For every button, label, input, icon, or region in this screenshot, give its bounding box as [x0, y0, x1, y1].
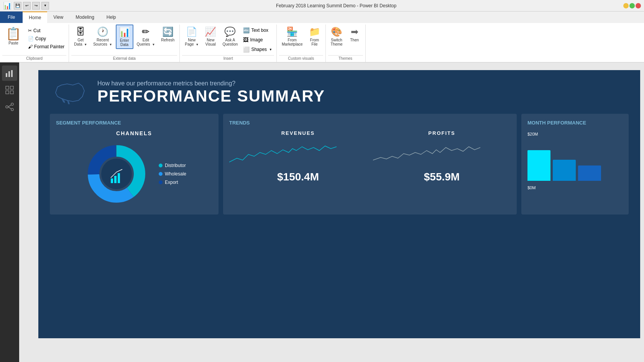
close-button[interactable] [636, 3, 641, 8]
profits-section: PROFITS $55.9M [373, 130, 511, 183]
get-data-button[interactable]: 🗄 GetData ▼ [71, 25, 90, 48]
revenues-value: $150.4M [229, 171, 367, 183]
svg-point-15 [101, 159, 132, 189]
dashboard-header-text: How have our performance metrics been tr… [97, 80, 325, 105]
maximize-button[interactable] [629, 3, 635, 8]
text-box-button[interactable]: 🔤 Text box [241, 26, 274, 34]
save-button[interactable]: 💾 [14, 2, 21, 10]
app-body: How have our performance metrics been tr… [0, 62, 644, 362]
svg-line-10 [8, 105, 11, 107]
format-painter-icon: 🖌 [28, 44, 33, 49]
svg-point-9 [11, 108, 13, 111]
channels-title: CHANNELS [56, 130, 212, 136]
ribbon: 📋 Paste ✂ Cut 📄 Copy 🖌 Format Pai [0, 23, 644, 62]
copy-icon: 📄 [28, 36, 34, 41]
get-data-icon: 🗄 [76, 26, 85, 37]
from-file-icon: 📁 [309, 26, 320, 37]
switch-theme-button[interactable]: 🎨 SwitchTheme [328, 25, 345, 48]
segment-performance-panel: Segment Performance CHANNELS [50, 114, 219, 215]
data-icon [5, 85, 14, 95]
image-label: Image [250, 37, 263, 43]
revenues-chart [229, 139, 337, 170]
donut-chart [82, 139, 151, 208]
new-page-button[interactable]: 📄 NewPage ▼ [182, 25, 201, 48]
dashboard: How have our performance metrics been tr… [38, 70, 640, 338]
copy-button[interactable]: 📄 Copy [26, 35, 66, 43]
minimize-button[interactable] [623, 3, 629, 8]
menu-modeling[interactable]: Modeling [69, 11, 100, 23]
enter-data-button[interactable]: 📊 EnterData [116, 25, 133, 49]
menu-bar: File Home View Modeling Help [0, 11, 644, 23]
recent-sources-icon: 🕐 [97, 26, 108, 37]
new-visual-button[interactable]: 📈 NewVisual [202, 25, 219, 48]
copy-label: Copy [35, 36, 46, 41]
svg-rect-1 [8, 71, 10, 77]
paste-button[interactable]: 📋 Paste [2, 25, 25, 47]
recent-sources-label: RecentSources ▼ [93, 38, 112, 46]
shapes-dropdown-arrow: ▼ [269, 48, 272, 51]
svg-rect-6 [10, 91, 13, 94]
y-label-0m: $0M [527, 185, 623, 190]
month-performance-title: Month Performance [527, 120, 623, 126]
then-icon: ➡ [351, 26, 358, 37]
format-painter-label: Format Painter [34, 44, 64, 49]
dropdown-button[interactable]: ▼ [41, 2, 49, 10]
ribbon-clipboard-group: 📋 Paste ✂ Cut 📄 Copy 🖌 Format Pai [0, 25, 69, 62]
menu-home[interactable]: Home [23, 11, 47, 23]
menu-view[interactable]: View [47, 11, 69, 23]
trends-title: Trends [229, 120, 511, 126]
menu-help[interactable]: Help [100, 11, 122, 23]
menu-file[interactable]: File [0, 11, 23, 23]
export-label: Export [159, 180, 186, 185]
redo-button[interactable]: ↪ [32, 2, 40, 10]
edit-queries-icon: ✏ [142, 26, 150, 37]
new-page-label: NewPage ▼ [185, 38, 199, 46]
menu-file-label: File [8, 15, 15, 20]
svg-point-7 [6, 106, 8, 108]
sidebar-item-data[interactable] [2, 82, 17, 98]
clipboard-small-buttons: ✂ Cut 📄 Copy 🖌 Format Painter [26, 25, 66, 51]
recent-sources-button[interactable]: 🕐 RecentSources ▼ [90, 25, 115, 48]
new-visual-label: NewVisual [205, 38, 216, 46]
clipboard-group-label: Clipboard [2, 55, 66, 62]
custom-visuals-group-label: Custom visuals [279, 55, 323, 62]
insert-group-label: Insert [182, 55, 274, 62]
format-painter-button[interactable]: 🖌 Format Painter [26, 43, 66, 51]
ask-question-button[interactable]: 💬 Ask AQuestion [220, 25, 240, 48]
svg-rect-0 [6, 73, 7, 77]
refresh-button[interactable]: 🔄 Refresh [158, 25, 177, 44]
sidebar-item-report[interactable] [2, 66, 17, 81]
get-data-label: GetData ▼ [74, 38, 87, 46]
svg-rect-18 [118, 173, 120, 183]
switch-theme-icon: 🎨 [331, 26, 342, 37]
export-color [159, 180, 163, 184]
bar-chart [527, 138, 623, 184]
shapes-label: Shapes [251, 47, 267, 52]
from-file-button[interactable]: 📁 FromFile [306, 25, 323, 48]
switch-theme-label: SwitchTheme [331, 38, 343, 46]
from-marketplace-icon: 🏪 [286, 26, 298, 37]
paste-label: Paste [8, 41, 18, 45]
usa-map-icon [54, 79, 88, 106]
undo-button[interactable]: ↩ [23, 2, 31, 10]
external-data-group-label: External data [71, 55, 177, 62]
shapes-button[interactable]: ⬜ Shapes ▼ [241, 45, 274, 54]
donut-chart-container: Distributor Wholesale Export [56, 139, 212, 208]
themes-group-label: Themes [328, 55, 363, 62]
menu-help-label: Help [107, 15, 116, 20]
title-bar: 📊 💾 ↩ ↪ ▼ February 2018 Learning Summit … [0, 0, 644, 11]
then-label: Then [350, 38, 359, 42]
image-button[interactable]: 🖼 Image [241, 36, 274, 44]
sidebar-item-model[interactable] [2, 99, 17, 115]
cut-button[interactable]: ✂ Cut [26, 27, 66, 34]
menu-modeling-label: Modeling [76, 15, 94, 20]
external-data-items: 🗄 GetData ▼ 🕐 RecentSources ▼ 📊 EnterDat… [71, 25, 177, 55]
then-button[interactable]: ➡ Then [346, 25, 363, 44]
svg-rect-2 [11, 70, 13, 77]
edit-queries-button[interactable]: ✏ EditQueries ▼ [134, 25, 158, 48]
themes-items: 🎨 SwitchTheme ➡ Then [328, 25, 363, 55]
ask-question-label: Ask AQuestion [222, 38, 238, 46]
ribbon-external-data-group: 🗄 GetData ▼ 🕐 RecentSources ▼ 📊 EnterDat… [69, 25, 180, 62]
from-marketplace-button[interactable]: 🏪 FromMarketplace [279, 25, 305, 48]
distributor-label: Distributor [159, 163, 186, 168]
